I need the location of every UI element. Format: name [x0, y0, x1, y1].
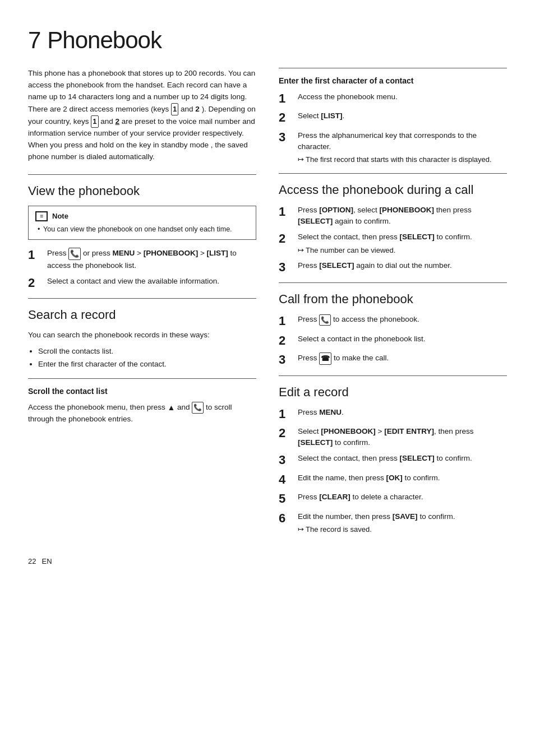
access-during-call-steps: 1 Press [OPTION], select [PHONEBOOK] the…	[279, 205, 507, 275]
key-1b-icon: 1	[91, 115, 98, 128]
section-divider-1	[28, 174, 256, 175]
step-item: 1 Access the phonebook menu.	[279, 91, 507, 106]
enter-first-char-title: Enter the first character of a contact	[279, 75, 507, 87]
bullet-item: Enter the first character of the contact…	[38, 359, 256, 370]
search-intro: You can search the phonebook records in …	[28, 330, 256, 370]
step-item: 4 Edit the name, then press [OK] to conf…	[279, 472, 507, 487]
step-item: 1 Press 📞 to access the phonebook.	[279, 314, 507, 328]
note-box: ≡ Note You can view the phonebook on one…	[28, 206, 256, 240]
nav-up-icon: ▲	[167, 402, 175, 414]
page-number: 22	[28, 556, 36, 567]
scroll-text: Access the phonebook menu, then press ▲ …	[28, 402, 256, 426]
search-record-title: Search a record	[28, 305, 256, 324]
step-item: 3 Select the contact, then press [SELECT…	[279, 453, 507, 467]
step-item: 6 Edit the number, then press [SAVE] to …	[279, 511, 507, 535]
step-item: 1 Press 📞 or press MENU > [PHONEBOOK] > …	[28, 248, 256, 271]
step-result: The number can be viewed.	[298, 245, 472, 256]
note-content: You can view the phonebook on one handse…	[35, 224, 249, 235]
view-phonebook-title: View the phonebook	[28, 182, 256, 200]
phonebook-key-icon: 📞	[68, 248, 81, 260]
search-bullets: Scroll the contacts list. Enter the firs…	[28, 346, 256, 370]
step-result: The record is saved.	[298, 524, 455, 535]
section-divider-5	[279, 282, 507, 283]
note-label: Note	[52, 211, 68, 222]
step-item: 2 Select a contact in the phonebook list…	[279, 333, 507, 348]
edit-record-steps: 1 Press MENU. 2 Select [PHONEBOOK] > [ED…	[279, 407, 507, 535]
section-divider-3	[28, 378, 256, 379]
step-item: 3 Press the alphanumerical key that corr…	[279, 130, 507, 165]
section-divider-2	[28, 298, 256, 299]
intro-paragraph: This phone has a phonebook that stores u…	[28, 68, 256, 163]
step-item: 2 Select the contact, then press [SELECT…	[279, 231, 507, 256]
step-item: 3 Press [SELECT] again to dial out the n…	[279, 260, 507, 275]
chapter-number: 7	[28, 27, 40, 53]
step-item: 2 Select a contact and view the availabl…	[28, 276, 256, 290]
step-item: 3 Press ☎ to make the call.	[279, 353, 507, 367]
bullet-item: Scroll the contacts list.	[38, 346, 256, 357]
step-item: 2 Select [PHONEBOOK] > [EDIT ENTRY], the…	[279, 426, 507, 449]
enter-first-char-steps: 1 Access the phonebook menu. 2 Select [L…	[279, 91, 507, 165]
step-item: 5 Press [CLEAR] to delete a character.	[279, 491, 507, 506]
page-footer: 22 EN	[28, 556, 507, 567]
scroll-subsection-title: Scroll the contact list	[28, 386, 256, 397]
phonebook-key-icon2: 📞	[192, 402, 204, 414]
call-from-phonebook-steps: 1 Press 📞 to access the phonebook. 2 Sel…	[279, 314, 507, 367]
view-phonebook-steps: 1 Press 📞 or press MENU > [PHONEBOOK] > …	[28, 248, 256, 290]
edit-record-title: Edit a record	[279, 383, 507, 401]
key-1-icon: 1	[171, 103, 178, 115]
step-item: 2 Select [LIST].	[279, 110, 507, 125]
step-result: The first record that starts with this c…	[298, 154, 507, 165]
call-from-phonebook-title: Call from the phonebook	[279, 290, 507, 308]
section-divider-4	[279, 173, 507, 174]
right-col-section: Enter the first character of a contact 1…	[279, 68, 507, 165]
chapter-title: 7Phonebook	[28, 22, 507, 58]
call-key-icon: ☎	[319, 353, 331, 365]
note-icon: ≡	[35, 211, 48, 221]
note-item: You can view the phonebook on one handse…	[38, 224, 249, 235]
section-divider-6	[279, 375, 507, 376]
access-during-call-title: Access the phonebook during a call	[279, 180, 507, 199]
language-label: EN	[41, 556, 52, 567]
phonebook-key-icon3: 📞	[319, 314, 331, 326]
step-item: 1 Press [OPTION], select [PHONEBOOK] the…	[279, 205, 507, 228]
step-item: 1 Press MENU.	[279, 407, 507, 421]
